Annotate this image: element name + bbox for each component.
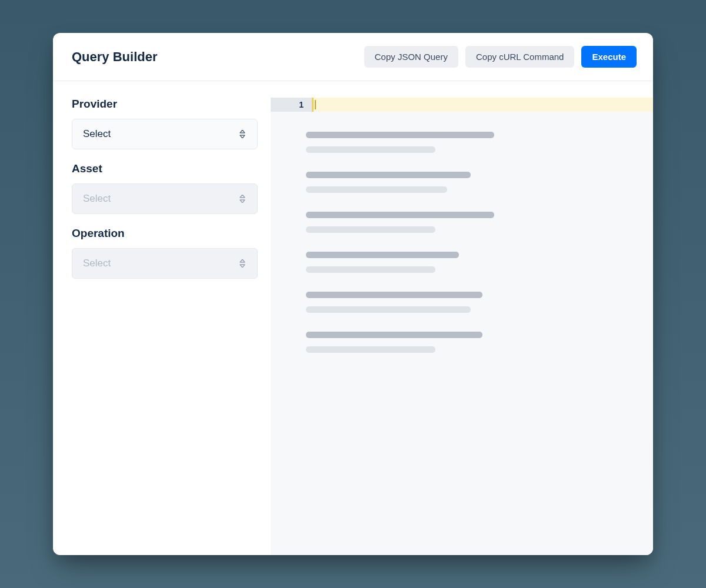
asset-select-value: Select bbox=[83, 193, 111, 205]
skeleton-line bbox=[306, 332, 482, 338]
asset-select: Select bbox=[72, 183, 258, 214]
code-editor-area: 1 bbox=[271, 98, 653, 555]
operation-select: Select bbox=[72, 248, 258, 279]
provider-select-value: Select bbox=[83, 128, 111, 140]
provider-label: Provider bbox=[72, 98, 258, 111]
skeleton-line bbox=[306, 146, 435, 153]
form-sidebar: Provider Select Asset Select bbox=[53, 81, 271, 555]
skeleton-line bbox=[306, 212, 494, 218]
skeleton-line bbox=[306, 266, 435, 273]
skeleton-line bbox=[306, 292, 482, 298]
cursor-icon bbox=[315, 100, 316, 109]
execute-button[interactable]: Execute bbox=[581, 46, 637, 68]
copy-json-button[interactable]: Copy JSON Query bbox=[364, 46, 458, 68]
operation-field: Operation Select bbox=[72, 227, 258, 279]
page-title: Query Builder bbox=[72, 49, 157, 65]
chevron-sort-icon bbox=[238, 129, 247, 139]
code-line-row: 1 bbox=[271, 98, 653, 112]
skeleton-line bbox=[306, 306, 471, 313]
query-builder-card: Query Builder Copy JSON Query Copy cURL … bbox=[53, 33, 653, 555]
line-number-gutter: 1 bbox=[271, 98, 312, 112]
body: Provider Select Asset Select bbox=[53, 81, 653, 555]
copy-curl-button[interactable]: Copy cURL Command bbox=[465, 46, 575, 68]
skeleton-line bbox=[306, 132, 494, 138]
skeleton-line bbox=[306, 186, 447, 193]
skeleton-line bbox=[306, 226, 435, 233]
chevron-sort-icon bbox=[238, 194, 247, 203]
skeleton-line bbox=[306, 346, 435, 353]
header-actions: Copy JSON Query Copy cURL Command Execut… bbox=[364, 46, 637, 68]
output-skeleton bbox=[271, 112, 653, 555]
code-input-line[interactable] bbox=[312, 98, 653, 112]
chevron-sort-icon bbox=[238, 259, 247, 268]
skeleton-line bbox=[306, 252, 459, 258]
skeleton-line bbox=[306, 172, 471, 178]
operation-select-value: Select bbox=[83, 258, 111, 269]
provider-field: Provider Select bbox=[72, 98, 258, 149]
provider-select[interactable]: Select bbox=[72, 119, 258, 149]
asset-label: Asset bbox=[72, 162, 258, 175]
operation-label: Operation bbox=[72, 227, 258, 240]
header-bar: Query Builder Copy JSON Query Copy cURL … bbox=[53, 33, 653, 81]
asset-field: Asset Select bbox=[72, 162, 258, 214]
